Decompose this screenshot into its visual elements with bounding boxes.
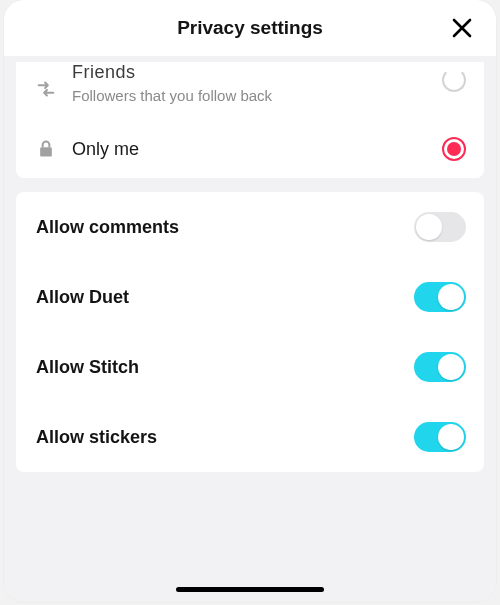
svg-rect-0 — [40, 147, 52, 156]
option-label: Only me — [72, 139, 442, 160]
privacy-settings-sheet: Privacy settings Friends Followers that … — [4, 0, 496, 602]
lock-icon — [34, 137, 58, 161]
toggle-row-stitch: Allow Stitch — [16, 332, 484, 402]
audience-option-friends[interactable]: Friends Followers that you follow back — [16, 62, 484, 120]
toggle-label: Allow Stitch — [36, 357, 139, 378]
toggle-stitch[interactable] — [414, 352, 466, 382]
audience-option-only-me[interactable]: Only me — [16, 120, 484, 178]
toggle-row-duet: Allow Duet — [16, 262, 484, 332]
option-sublabel: Followers that you follow back — [72, 87, 442, 104]
friends-icon — [34, 77, 58, 101]
close-icon — [451, 17, 473, 39]
home-indicator — [176, 587, 324, 592]
toggle-label: Allow Duet — [36, 287, 129, 308]
option-label: Friends — [72, 63, 442, 81]
audience-card: Friends Followers that you follow back O… — [16, 62, 484, 178]
toggle-duet[interactable] — [414, 282, 466, 312]
toggle-row-stickers: Allow stickers — [16, 402, 484, 472]
sheet-header: Privacy settings — [4, 0, 496, 56]
toggle-comments[interactable] — [414, 212, 466, 242]
radio-selected[interactable] — [442, 137, 466, 161]
option-text: Friends Followers that you follow back — [72, 75, 442, 104]
close-button[interactable] — [448, 14, 476, 42]
toggle-label: Allow stickers — [36, 427, 157, 448]
sheet-title: Privacy settings — [177, 17, 323, 39]
toggles-card: Allow comments Allow Duet Allow Stitch A… — [16, 192, 484, 472]
toggle-stickers[interactable] — [414, 422, 466, 452]
toggle-row-comments: Allow comments — [16, 192, 484, 262]
toggle-label: Allow comments — [36, 217, 179, 238]
radio-unselected[interactable] — [442, 68, 466, 92]
option-text: Only me — [72, 139, 442, 160]
